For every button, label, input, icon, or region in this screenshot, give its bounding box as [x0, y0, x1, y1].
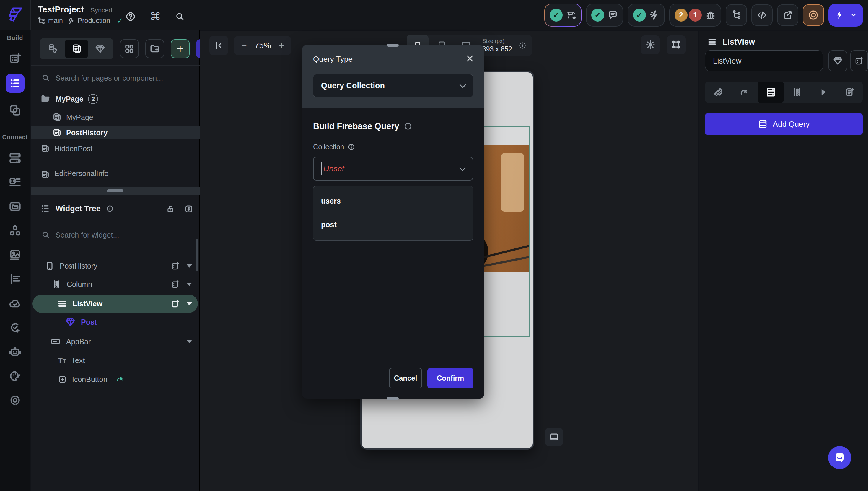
- zoom-in-button[interactable]: +: [279, 40, 285, 51]
- canvas-settings-button[interactable]: [667, 35, 686, 54]
- tab-generate-children[interactable]: [784, 82, 810, 103]
- widget-name-input[interactable]: [705, 50, 823, 71]
- flutterflow-app: TestProject Synced main Production ✓ ⌘ ✓…: [0, 0, 868, 491]
- make-component-button[interactable]: [829, 50, 847, 71]
- expand-tree-icon[interactable]: [184, 204, 193, 213]
- optimize-icon: [650, 10, 659, 20]
- dialog-scroll-handle-bottom[interactable]: [387, 397, 399, 400]
- environment-check-icon: ✓: [117, 16, 123, 25]
- issues-button[interactable]: 2 1: [669, 4, 721, 27]
- run-divider: [847, 8, 847, 22]
- dialog-scroll-handle-top[interactable]: [387, 44, 399, 47]
- panel-resize-handle[interactable]: [31, 187, 200, 195]
- widget-tree-header: Widget Tree: [40, 204, 114, 213]
- tree-node-listview[interactable]: ListView: [31, 294, 200, 313]
- tab-animations[interactable]: [810, 82, 836, 103]
- tree-node-appbar[interactable]: AppBar: [31, 333, 200, 351]
- open-app-button[interactable]: [777, 4, 798, 26]
- shortcuts-icon[interactable]: ⌘: [150, 10, 161, 23]
- light-mode-button[interactable]: [641, 35, 660, 54]
- flutterflow-logo[interactable]: [7, 7, 24, 23]
- caret-icon[interactable]: [187, 264, 192, 268]
- rail-app-values-icon[interactable]: [8, 272, 22, 286]
- inspector-tabs: [705, 82, 863, 103]
- add-folder-button[interactable]: [145, 39, 164, 58]
- widget-search-input[interactable]: Search for widget...: [31, 224, 200, 246]
- preview-button[interactable]: [803, 4, 824, 26]
- query-type-dropdown[interactable]: Query Collection: [313, 74, 473, 97]
- sync-status: Synced: [90, 6, 112, 14]
- tab-backend-query[interactable]: [757, 82, 784, 103]
- wrench-icon: [68, 18, 75, 25]
- info-icon[interactable]: [348, 143, 355, 151]
- view-code-button[interactable]: [751, 4, 773, 26]
- collection-combobox[interactable]: Unset: [313, 157, 473, 180]
- rail-app-assets-icon[interactable]: [8, 200, 22, 213]
- caret-icon[interactable]: [187, 283, 192, 286]
- add-page-button[interactable]: +: [171, 39, 189, 58]
- page-item[interactable]: MyPage: [31, 111, 200, 124]
- rail-cloud-functions-icon[interactable]: [8, 297, 22, 310]
- folder-count-badge: 2: [88, 94, 98, 104]
- add-query-button[interactable]: Add Query: [705, 113, 863, 135]
- cancel-button[interactable]: Cancel: [389, 368, 422, 388]
- size-info-icon[interactable]: [519, 42, 526, 49]
- save-component-button[interactable]: [850, 50, 868, 71]
- branch-name[interactable]: main: [48, 17, 63, 25]
- page-item[interactable]: HiddenPost: [31, 142, 200, 155]
- toggle-bottom-panel-button[interactable]: [545, 428, 563, 446]
- option-users[interactable]: users: [321, 197, 341, 205]
- tree-node-post[interactable]: Post: [31, 313, 200, 331]
- comments-button[interactable]: ✓: [586, 4, 623, 27]
- actions-check-button[interactable]: ✓: [628, 4, 665, 27]
- info-icon[interactable]: [106, 205, 114, 212]
- tree-node-text[interactable]: TT Text: [31, 351, 200, 370]
- rail-firestore-icon[interactable]: [8, 151, 22, 165]
- rail-widget-tree-icon[interactable]: [6, 74, 25, 93]
- filter-all-icon[interactable]: [41, 39, 65, 58]
- lock-icon[interactable]: [166, 204, 175, 213]
- top-bar: TestProject Synced main Production ✓ ⌘ ✓…: [0, 0, 868, 30]
- ai-review-button[interactable]: ✓: [544, 4, 581, 27]
- confirm-button[interactable]: Confirm: [427, 368, 473, 388]
- caret-icon[interactable]: [187, 340, 192, 343]
- tab-properties[interactable]: [705, 82, 731, 103]
- query-type-dialog: Query Type Query Collection Build Fireba…: [302, 45, 484, 399]
- pages-search-input[interactable]: Search for pages or componen...: [31, 67, 200, 89]
- caret-icon[interactable]: [187, 302, 192, 306]
- tree-node-column[interactable]: Column: [31, 275, 200, 293]
- rail-ai-agents-icon[interactable]: [8, 345, 22, 359]
- folder-row-mypage[interactable]: MyPage 2: [31, 92, 200, 106]
- help-icon[interactable]: [125, 11, 136, 22]
- page-item-selected[interactable]: PostHistory: [31, 126, 200, 139]
- zoom-out-button[interactable]: −: [241, 40, 247, 51]
- rail-media-icon[interactable]: [8, 248, 22, 262]
- rail-settings-icon[interactable]: [8, 394, 22, 407]
- collapse-panel-button[interactable]: [209, 36, 228, 55]
- storyboard-button[interactable]: [120, 39, 139, 58]
- run-button[interactable]: [829, 4, 863, 27]
- close-icon[interactable]: [466, 54, 474, 63]
- warning-badge: 2: [675, 8, 688, 22]
- project-history-button[interactable]: [726, 4, 747, 26]
- support-chat-button[interactable]: [828, 446, 851, 469]
- filter-pages-icon[interactable]: [65, 39, 88, 58]
- page-item-label: PostHistory: [66, 128, 108, 137]
- environment-name[interactable]: Production: [78, 17, 110, 25]
- rail-custom-code-icon[interactable]: [8, 321, 22, 335]
- rail-data-types-icon[interactable]: [8, 175, 22, 189]
- rail-components-icon[interactable]: [8, 104, 22, 117]
- tree-node-posthistory[interactable]: PostHistory: [31, 257, 200, 275]
- zoom-level[interactable]: 75%: [255, 41, 271, 50]
- rail-theme-icon[interactable]: [8, 369, 22, 383]
- filter-components-icon[interactable]: [88, 39, 112, 58]
- tab-documentation[interactable]: [836, 82, 863, 103]
- option-post[interactable]: post: [321, 221, 337, 229]
- rail-page-add-icon[interactable]: [8, 52, 22, 65]
- page-item[interactable]: EditPersonalInfo: [31, 169, 200, 187]
- global-search-icon[interactable]: [175, 12, 185, 21]
- tree-node-iconbutton[interactable]: IconButton: [31, 370, 200, 388]
- tab-actions[interactable]: [731, 82, 757, 103]
- info-icon[interactable]: [404, 122, 412, 130]
- rail-api-icon[interactable]: [8, 224, 22, 237]
